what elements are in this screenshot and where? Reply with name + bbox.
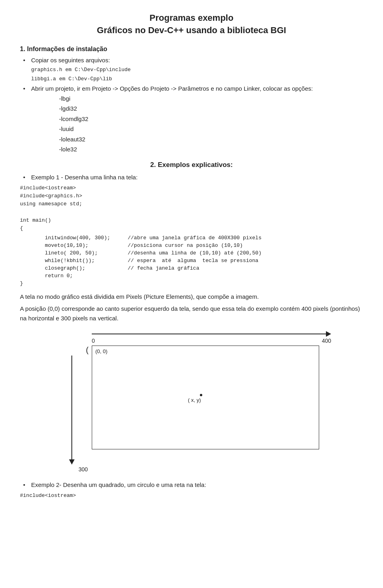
option-luuid: -luuid	[59, 124, 363, 134]
page-title: Programas exemplo Gráficos no Dev-C++ us…	[20, 12, 363, 37]
code-footer: }	[20, 280, 363, 286]
example2-title: Exemplo 2- Desenha um quadrado, um circu…	[31, 481, 206, 488]
x-axis-arrow	[92, 331, 331, 337]
x-axis-labels: 0 400	[92, 337, 331, 346]
example1-title: Exemplo 1 - Desenha uma linha na tela:	[31, 174, 138, 181]
diagram-desc1: A tela no modo gráfico está dividida em …	[20, 292, 363, 302]
point-dot	[200, 394, 202, 396]
example2-item: Exemplo 2- Desenha um quadrado, um circu…	[20, 481, 363, 490]
diagram-main-area: ( 300 (0, 0) ( x, y)	[52, 346, 331, 473]
option-loleaut32: -loleaut32	[59, 134, 363, 145]
code-line-1: initwindow(400, 300); //abre uma janela …	[20, 235, 363, 241]
origin-label: (0, 0)	[95, 348, 107, 354]
code-block-example2-header: #include<iostream>	[20, 492, 363, 500]
x-axis-arrowhead	[326, 331, 331, 337]
option-lole32: -lole32	[59, 144, 363, 155]
bullet-item-1: Copiar os seguintes arquivos: graphics.h…	[20, 56, 363, 83]
y-axis-arrowhead	[69, 459, 75, 465]
code-line-5: closegraph(); // fecha janela gráfica	[20, 265, 363, 271]
code-line-2: moveto(10,10); //posiciona cursor na pos…	[20, 242, 363, 248]
section1-heading: 1. Informações de instalação	[20, 46, 363, 53]
section1: 1. Informações de instalação Copiar os s…	[20, 46, 363, 155]
x-end-label: 400	[322, 338, 331, 344]
y-axis-area: ( 300	[52, 346, 92, 473]
point-label: ( x, y)	[188, 397, 201, 403]
bullet-item-2: Abrir um projeto, ir em Projeto -> Opçõe…	[20, 84, 363, 155]
y-axis-line	[71, 356, 72, 459]
option-lbgi: -lbgi	[59, 93, 363, 104]
code-body-example1: initwindow(400, 300); //abre uma janela …	[20, 235, 363, 286]
section2-heading: 2. Exemplos explicativos:	[20, 161, 363, 169]
option-lgdi32: -lgdi32	[59, 103, 363, 114]
diagram-box: (0, 0) ( x, y)	[92, 346, 319, 449]
y-axis-origin-paren: (	[86, 346, 89, 355]
code-line-3: lineto( 200, 50); //desenha uma linha de…	[20, 250, 363, 256]
code-line-4: while(!kbhit()); // espera até alguma te…	[20, 258, 363, 264]
example1-item: Exemplo 1 - Desenha uma linha na tela:	[20, 173, 363, 182]
code-line-6: return 0;	[20, 273, 363, 279]
diagram-desc2: A posição (0,0) corresponde ao canto sup…	[20, 304, 363, 323]
option-lcomdlg32: -lcomdlg32	[59, 114, 363, 124]
y-end-label: 300	[79, 466, 88, 473]
coordinate-diagram: 0 400 ( 300 (0, 0) ( x, y)	[52, 331, 331, 473]
section2: 2. Exemplos explicativos: Exemplo 1 - De…	[20, 161, 363, 500]
x-start-label: 0	[92, 338, 95, 344]
linker-options: -lbgi -lgdi32 -lcomdlg32 -luuid -loleaut…	[31, 93, 363, 155]
x-axis-line	[92, 334, 326, 334]
code-block-example1-header: #include<iostream> #include<graphics.h> …	[20, 184, 363, 232]
